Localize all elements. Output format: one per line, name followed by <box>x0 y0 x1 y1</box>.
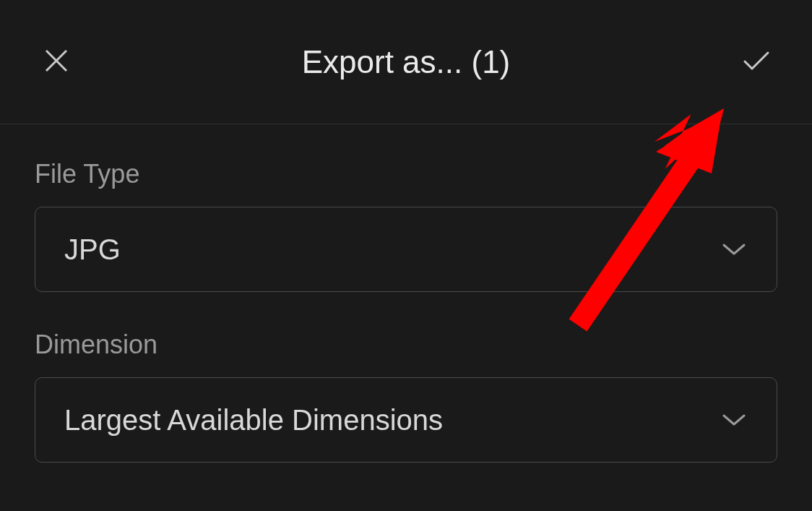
checkmark-icon <box>739 44 772 80</box>
dimension-value: Largest Available Dimensions <box>64 404 443 437</box>
chevron-down-icon <box>720 236 748 263</box>
file-type-value: JPG <box>64 233 121 266</box>
close-button[interactable] <box>38 43 75 81</box>
dialog-header: Export as... (1) <box>0 0 812 124</box>
file-type-label: File Type <box>35 159 777 189</box>
dialog-content: File Type JPG Dimension Largest Availabl… <box>0 124 812 463</box>
dimension-label: Dimension <box>35 330 777 360</box>
chevron-down-icon <box>720 406 748 434</box>
file-type-select[interactable]: JPG <box>35 207 777 292</box>
dialog-title: Export as... (1) <box>75 44 737 80</box>
close-icon <box>42 46 71 78</box>
dimension-select[interactable]: Largest Available Dimensions <box>35 377 777 463</box>
confirm-button[interactable] <box>737 43 774 81</box>
